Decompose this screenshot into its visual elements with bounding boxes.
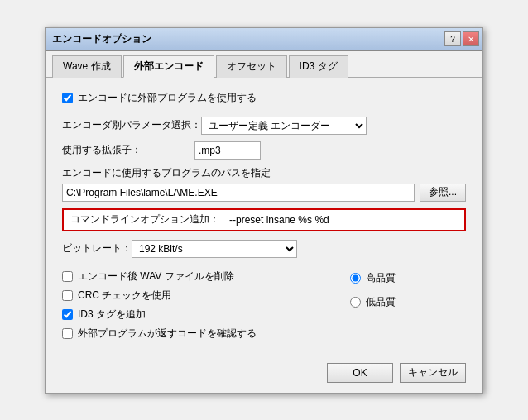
tab-id3[interactable]: ID3 タグ <box>289 55 348 78</box>
program-path-input[interactable] <box>62 184 415 202</box>
opt-returncode-row: 外部プログラムが返すコードを確認する <box>62 327 350 341</box>
dialog-title: エンコードオプション <box>52 32 151 46</box>
extension-label: 使用する拡張子： <box>62 143 194 157</box>
tabs-bar: Wave 作成 外部エンコード オフセット ID3 タグ <box>46 51 482 78</box>
bitrate-label: ビットレート： <box>62 241 132 255</box>
title-bar: エンコードオプション ? ✕ <box>46 28 482 51</box>
bitrate-row: ビットレート： 128 kBit/s 192 kBit/s 256 kBit/s… <box>62 240 466 258</box>
extension-row: 使用する拡張子： <box>62 141 466 160</box>
use-external-row: エンコードに外部プログラムを使用する <box>62 91 466 105</box>
cmdline-input[interactable] <box>226 210 464 230</box>
close-button[interactable]: ✕ <box>463 31 479 46</box>
dialog: エンコードオプション ? ✕ Wave 作成 外部エンコード オフセット ID3… <box>45 27 483 394</box>
opt-delete-wav-label: エンコード後 WAV ファイルを削除 <box>78 270 234 284</box>
ok-button[interactable]: OK <box>327 363 393 383</box>
opt-delete-wav-checkbox[interactable] <box>62 271 73 282</box>
cmdline-label: コマンドラインオプション追加： <box>64 210 226 229</box>
tab-wave[interactable]: Wave 作成 <box>52 55 122 78</box>
browse-button[interactable]: 参照... <box>420 184 466 202</box>
opt-low-quality-row: 低品質 <box>350 295 466 309</box>
opt-returncode-label: 外部プログラムが返すコードを確認する <box>78 327 257 341</box>
cmdline-row: コマンドラインオプション追加： <box>62 208 466 231</box>
program-path-row: 参照... <box>62 184 466 202</box>
opt-id3-row: ID3 タグを追加 <box>62 308 350 322</box>
extension-input[interactable] <box>194 141 261 160</box>
encoder-param-select[interactable]: ユーザー定義 エンコーダー <box>202 119 366 132</box>
options-section: エンコード後 WAV ファイルを削除 CRC チェックを使用 ID3 タグを追加… <box>62 270 466 346</box>
title-bar-buttons: ? ✕ <box>444 31 479 46</box>
opt-crc-label: CRC チェックを使用 <box>78 289 171 303</box>
program-path-section: エンコードに使用するプログラムのパスを指定 参照... <box>62 166 466 202</box>
opt-low-quality-label: 低品質 <box>366 295 396 309</box>
encoder-param-label: エンコーダ別パラメータ選択： <box>62 118 201 132</box>
bitrate-select[interactable]: 128 kBit/s 192 kBit/s 256 kBit/s 320 kBi… <box>132 242 296 255</box>
help-button[interactable]: ? <box>444 31 461 46</box>
footer: OK キャンセル <box>46 356 482 393</box>
use-external-label: エンコードに外部プログラムを使用する <box>78 91 257 105</box>
use-external-checkbox[interactable] <box>62 93 73 103</box>
opt-crc-checkbox[interactable] <box>62 290 73 301</box>
opt-high-quality-row: 高品質 <box>350 271 466 285</box>
content-area: エンコードに外部プログラムを使用する エンコーダ別パラメータ選択： ユーザー定義… <box>46 78 482 356</box>
options-left: エンコード後 WAV ファイルを削除 CRC チェックを使用 ID3 タグを追加… <box>62 270 350 346</box>
opt-delete-wav-row: エンコード後 WAV ファイルを削除 <box>62 270 350 284</box>
opt-crc-row: CRC チェックを使用 <box>62 289 350 303</box>
opt-high-quality-label: 高品質 <box>366 271 396 285</box>
options-right: 高品質 低品質 <box>350 270 466 346</box>
opt-id3-checkbox[interactable] <box>62 309 73 320</box>
opt-low-quality-radio[interactable] <box>350 297 361 308</box>
opt-high-quality-radio[interactable] <box>350 273 361 284</box>
tab-offset[interactable]: オフセット <box>216 55 287 78</box>
tab-external[interactable]: 外部エンコード <box>123 55 214 78</box>
opt-id3-label: ID3 タグを追加 <box>78 308 146 322</box>
cancel-button[interactable]: キャンセル <box>400 363 466 383</box>
program-path-label: エンコードに使用するプログラムのパスを指定 <box>62 166 466 180</box>
opt-returncode-checkbox[interactable] <box>62 328 73 339</box>
encoder-param-row: エンコーダ別パラメータ選択： ユーザー定義 エンコーダー <box>62 117 466 135</box>
